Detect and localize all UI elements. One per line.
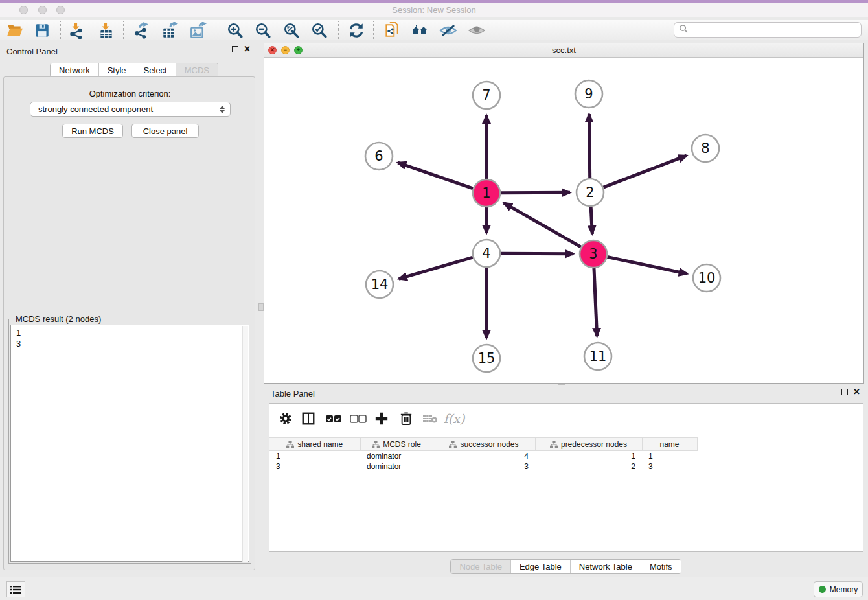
network-view-window: ✕ − + scc.txt 7968124314101511 — [264, 43, 864, 384]
list-icon — [10, 585, 21, 594]
edge-4-3[interactable] — [501, 253, 573, 254]
table-cell[interactable]: 4 — [433, 451, 535, 461]
memory-button[interactable]: Memory — [814, 581, 863, 597]
save-session-icon[interactable] — [33, 21, 51, 40]
search-input[interactable] — [674, 22, 862, 38]
table-cell[interactable]: 3 — [269, 461, 360, 472]
toolbar-separator — [373, 21, 374, 39]
result-scrollbar[interactable] — [242, 326, 248, 562]
table-cell[interactable]: 2 — [535, 461, 642, 472]
import-table-icon[interactable] — [97, 21, 115, 40]
tab-mcds[interactable]: MCDS — [176, 63, 218, 77]
select-all-checkboxes-icon[interactable] — [324, 410, 343, 427]
column-header-MCDS-role[interactable]: MCDS role — [360, 438, 433, 451]
show-all-icon[interactable] — [468, 21, 486, 40]
network-window-titlebar: ✕ − + scc.txt — [264, 43, 863, 58]
node-label-14: 14 — [371, 277, 389, 292]
tab-edge-table[interactable]: Edge Table — [511, 560, 571, 573]
node-label-2: 2 — [586, 185, 594, 200]
table-row[interactable]: 3dominator323 — [269, 461, 697, 472]
table-cell[interactable]: 1 — [642, 451, 697, 461]
toolbar-separator — [338, 21, 339, 39]
edge-1-2[interactable] — [501, 192, 570, 193]
edge-2-8[interactable] — [604, 156, 687, 187]
open-session-icon[interactable] — [6, 21, 24, 40]
node-label-4: 4 — [482, 246, 490, 261]
memory-label: Memory — [830, 585, 858, 594]
main-toolbar — [0, 20, 868, 40]
add-column-icon[interactable] — [372, 410, 391, 427]
float-panel-icon[interactable] — [232, 46, 238, 52]
show-panels-list-button[interactable] — [6, 581, 25, 597]
network-from-selection-icon[interactable] — [383, 21, 401, 40]
tab-motifs[interactable]: Motifs — [641, 560, 681, 573]
edge-3-1[interactable] — [504, 203, 581, 247]
node-label-1: 1 — [482, 185, 490, 201]
column-header-shared-name[interactable]: shared name — [269, 438, 360, 451]
table-cell[interactable]: 1 — [269, 451, 360, 461]
zoom-selected-icon[interactable] — [310, 21, 328, 40]
optimization-criterion-select[interactable]: strongly connected component — [30, 102, 231, 117]
float-table-panel-icon[interactable] — [841, 389, 848, 395]
zoom-in-icon[interactable] — [226, 21, 244, 40]
edge-2-9[interactable] — [589, 114, 589, 178]
delete-column-icon[interactable] — [396, 410, 416, 427]
control-panel-title: Control Panel — [6, 47, 58, 56]
export-network-icon[interactable] — [132, 21, 150, 40]
table-panel-title: Table Panel — [271, 389, 315, 398]
control-panel-tabs: NetworkStyleSelectMCDS — [50, 63, 218, 78]
edge-2-3[interactable] — [591, 207, 592, 234]
memory-status-icon — [819, 586, 826, 593]
column-header-successor-nodes[interactable]: successor nodes — [433, 438, 535, 451]
first-neighbors-icon[interactable] — [411, 21, 429, 40]
tab-style[interactable]: Style — [99, 63, 135, 77]
result-line: 1 — [16, 327, 249, 338]
table-cell[interactable]: 1 — [535, 451, 642, 461]
table-row[interactable]: 1dominator411 — [269, 451, 697, 461]
vertical-split-grip[interactable] — [258, 303, 264, 311]
tab-select[interactable]: Select — [135, 63, 176, 77]
mcds-result-fieldset: MCDS result (2 nodes) 13 — [8, 319, 251, 564]
toolbar-separator — [60, 21, 61, 39]
zoom-out-icon[interactable] — [254, 21, 272, 40]
table-cell[interactable]: dominator — [360, 461, 433, 472]
network-graph-canvas[interactable]: 7968124314101511 — [264, 58, 863, 384]
import-network-icon[interactable] — [67, 21, 86, 40]
mcds-result-textarea[interactable]: 13 — [10, 325, 249, 562]
run-mcds-button[interactable]: Run MCDS — [62, 124, 123, 138]
node-label-15: 15 — [478, 351, 496, 366]
toolbar-separator — [123, 21, 124, 39]
toolbar-separator — [218, 21, 218, 39]
edge-3-10[interactable] — [608, 257, 687, 274]
close-table-panel-icon[interactable]: ✕ — [853, 389, 860, 395]
tab-network[interactable]: Network — [51, 63, 99, 77]
refresh-icon[interactable] — [347, 21, 365, 40]
table-cell[interactable]: 3 — [433, 461, 535, 472]
hide-selected-icon[interactable] — [439, 21, 457, 40]
close-panel-button[interactable]: Close panel — [131, 124, 199, 138]
zoom-fit-icon[interactable] — [282, 21, 301, 40]
delete-table-icon — [420, 410, 440, 427]
edge-1-6[interactable] — [398, 163, 473, 189]
export-image-icon[interactable] — [189, 21, 207, 40]
optimization-criterion-label: Optimization criterion: — [4, 89, 256, 98]
column-header-predecessor-nodes[interactable]: predecessor nodes — [535, 438, 642, 451]
node-label-6: 6 — [374, 148, 383, 164]
table-cell[interactable]: dominator — [360, 451, 433, 461]
edge-4-14[interactable] — [399, 257, 473, 279]
export-table-icon[interactable] — [161, 21, 179, 40]
mcds-tab-content: Optimization criterion: strongly connect… — [3, 76, 255, 570]
column-header-name[interactable]: name — [642, 438, 697, 451]
node-table[interactable]: shared nameMCDS rolesuccessor nodesprede… — [269, 437, 698, 472]
table-panel: Table Panel ✕ f(x) shared nameMCDS r — [264, 386, 868, 577]
tab-node-table[interactable]: Node Table — [451, 560, 511, 573]
table-cell[interactable]: 3 — [642, 461, 697, 472]
gear-icon[interactable] — [276, 410, 295, 427]
tab-network-table[interactable]: Network Table — [571, 560, 641, 573]
mcds-result-title: MCDS result (2 nodes) — [13, 314, 104, 324]
split-columns-icon[interactable] — [299, 410, 318, 427]
close-panel-icon[interactable]: ✕ — [244, 46, 251, 52]
node-label-10: 10 — [698, 270, 716, 286]
edge-3-11[interactable] — [594, 268, 597, 336]
clear-checkboxes-icon[interactable] — [348, 410, 368, 427]
